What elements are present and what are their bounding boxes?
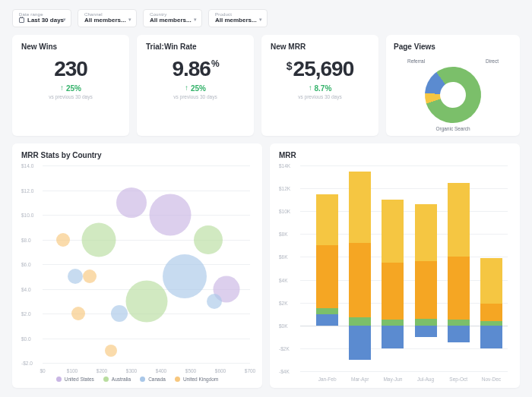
x-tick: $0 xyxy=(40,368,45,373)
bar-segment xyxy=(448,257,470,320)
swatch-icon xyxy=(56,377,62,382)
x-tick: $500 xyxy=(185,368,196,373)
chevron-down-icon: ▾ xyxy=(63,17,66,23)
bubble xyxy=(194,225,223,254)
filter-date-range[interactable]: Date range Last 30 days ▾ xyxy=(12,9,71,27)
kpi-title: New MRR xyxy=(271,43,369,51)
bubble xyxy=(116,187,147,218)
bar-segment xyxy=(382,320,404,326)
kpi-new-mrr: New MRR $25,690 ↑ 8.7% vs previous 30 da… xyxy=(261,35,378,136)
y-tick: $6.0 xyxy=(21,262,31,267)
y-tick: -$4K xyxy=(279,369,290,374)
bar-plot: $14K$12K$10K$8K$6K$4K$2K$0K-$2K-$4KJan-F… xyxy=(279,162,511,382)
bar-segment xyxy=(480,326,502,348)
arrow-up-icon: ↑ xyxy=(60,83,64,92)
swatch-icon xyxy=(140,377,145,382)
bar-segment xyxy=(415,204,437,261)
bar-segment xyxy=(480,258,502,304)
y-tick: $0.0 xyxy=(21,336,31,341)
swatch-icon xyxy=(175,377,180,382)
y-tick: $4K xyxy=(279,277,288,282)
bubble xyxy=(149,194,191,236)
filter-bar: Date range Last 30 days ▾ Channel All me… xyxy=(12,9,520,27)
kpi-delta: ↑ 25% xyxy=(146,84,245,93)
bubble xyxy=(68,269,83,284)
chevron-down-icon: ▾ xyxy=(259,17,262,23)
bubble xyxy=(56,233,70,247)
y-tick: $8.0 xyxy=(21,237,31,242)
kpi-title: Trial:Win Rate xyxy=(146,43,245,51)
y-tick: $10.0 xyxy=(21,213,33,218)
kpi-row: New Wins 230 ↑ 25% vs previous 30 days T… xyxy=(12,35,520,136)
filter-channel[interactable]: Channel All members... ▾ xyxy=(78,9,137,27)
chevron-down-icon: ▾ xyxy=(128,17,131,23)
bar-segment xyxy=(349,317,371,326)
bubble xyxy=(83,269,97,283)
y-tick: -$2K xyxy=(279,345,290,351)
kpi-value: 9.86% xyxy=(146,58,245,80)
x-tick: $100 xyxy=(67,368,78,373)
bar-segment xyxy=(480,304,502,321)
kpi-title: New Wins xyxy=(21,43,120,51)
filter-product[interactable]: Product All members... ▾ xyxy=(208,9,268,27)
x-tick: $600 xyxy=(215,368,226,373)
kpi-trial-win-rate: Trial:Win Rate 9.86% ↑ 25% vs previous 3… xyxy=(137,35,254,136)
bubble-legend: United States Australia Canada United Ki… xyxy=(21,377,253,382)
chart-mrr: MRR $14K$12K$10K$8K$6K$4K$2K$0K-$2K-$4KJ… xyxy=(270,143,520,388)
bar-segment xyxy=(382,326,404,348)
x-tick: $300 xyxy=(126,368,137,373)
filter-value: All members... xyxy=(150,17,195,24)
x-tick: Mar-Apr xyxy=(351,377,369,382)
bar-segment xyxy=(349,243,371,317)
y-tick: $6K xyxy=(279,254,288,260)
kpi-delta: ↑ 25% xyxy=(21,84,120,93)
bar-segment xyxy=(415,326,437,337)
filter-value: All members... xyxy=(84,17,130,24)
bar-segment xyxy=(316,308,338,314)
bubble xyxy=(163,254,207,298)
x-tick: $400 xyxy=(156,368,166,373)
bar-segment xyxy=(448,326,470,343)
x-tick: Jul-Aug xyxy=(417,377,434,382)
chevron-down-icon: ▾ xyxy=(194,17,197,23)
filter-country[interactable]: Country All members... ▾ xyxy=(143,9,202,27)
bar-segment xyxy=(316,245,338,308)
kpi-sub: vs previous 30 days xyxy=(271,94,369,99)
donut-label-organic: Organic Search xyxy=(435,126,470,131)
legend-item: Australia xyxy=(103,377,131,382)
y-tick: $12K xyxy=(279,186,290,191)
bar-segment xyxy=(415,261,437,318)
chart-title: MRR Stats by Country xyxy=(21,151,253,159)
x-tick: May-Jun xyxy=(383,377,402,382)
bubble xyxy=(207,294,222,309)
bubble xyxy=(82,222,116,257)
arrow-up-icon: ↑ xyxy=(185,83,188,92)
bar-segment xyxy=(448,320,470,326)
kpi-title: Page Views xyxy=(394,43,512,51)
bar-segment xyxy=(316,314,338,326)
y-tick: $8K xyxy=(279,232,288,237)
swatch-icon xyxy=(103,377,109,382)
kpi-sub: vs previous 30 days xyxy=(21,94,120,99)
dashboard: Date range Last 30 days ▾ Channel All me… xyxy=(0,0,532,397)
y-tick: $12.0 xyxy=(21,187,33,193)
chart-title: MRR xyxy=(279,151,511,159)
filter-value: All members... xyxy=(215,17,261,24)
donut-label-direct: Direct xyxy=(486,58,499,64)
bar-segment xyxy=(349,172,371,244)
bubble xyxy=(111,305,128,322)
y-tick: $2K xyxy=(279,300,288,305)
x-tick: $700 xyxy=(245,368,255,373)
bar-segment xyxy=(448,183,470,257)
kpi-delta: ↑ 8.7% xyxy=(271,84,369,93)
donut-label-referral: Referral xyxy=(407,58,425,64)
legend-item: Canada xyxy=(140,377,166,382)
bubble-plot: $14.0$12.0$10.0$8.0$6.0$4.0$2.0$0.0-$2.0… xyxy=(21,162,253,373)
donut-chart: Referral Direct Organic Search xyxy=(394,58,512,131)
donut xyxy=(417,59,488,130)
kpi-sub: vs previous 30 days xyxy=(146,94,245,99)
x-tick: Jan-Feb xyxy=(318,377,337,382)
bar-segment xyxy=(382,200,404,263)
bar-segment xyxy=(480,321,502,326)
arrow-up-icon: ↑ xyxy=(309,83,312,92)
